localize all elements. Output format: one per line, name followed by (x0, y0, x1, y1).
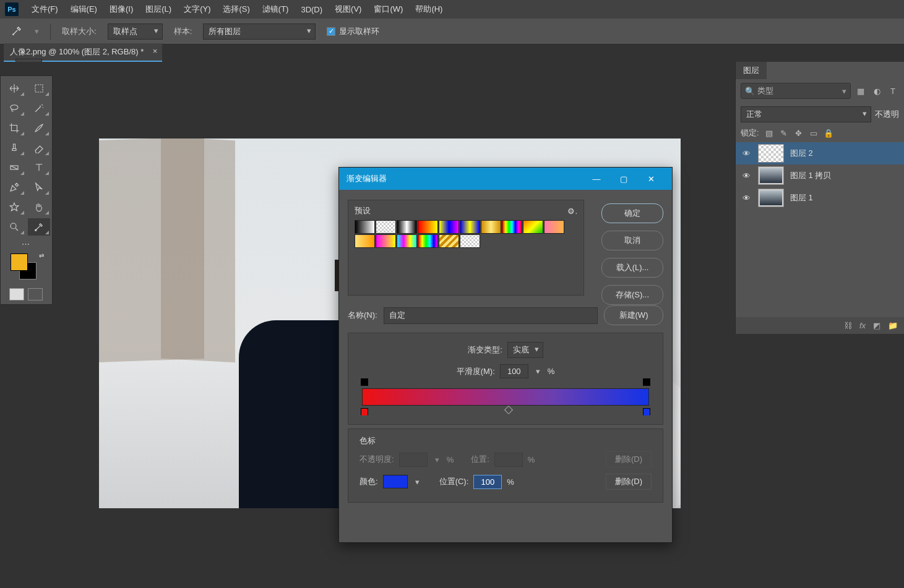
color-stop-left[interactable] (361, 408, 368, 415)
layer-item[interactable]: 👁 图层 1 (736, 187, 904, 209)
stop-color-pos-input[interactable] (473, 475, 502, 489)
crop-tool[interactable] (3, 119, 25, 137)
new-gradient-button[interactable]: 新建(W) (604, 305, 663, 325)
maximize-icon[interactable]: ▢ (610, 173, 637, 185)
path-select-tool[interactable] (28, 179, 50, 196)
sample-size-select[interactable]: 取样点 (108, 23, 163, 40)
opacity-stop-right[interactable] (643, 378, 650, 386)
smoothness-input[interactable] (500, 364, 528, 378)
lasso-tool[interactable] (3, 100, 25, 117)
minimize-icon[interactable]: — (583, 173, 610, 185)
midpoint-handle[interactable] (504, 406, 513, 414)
close-icon[interactable]: ✕ (637, 173, 665, 185)
layer-item[interactable]: 👁 图层 1 拷贝 (736, 164, 904, 187)
visibility-icon[interactable]: 👁 (741, 149, 752, 158)
link-layers-icon[interactable]: ⛓ (844, 321, 852, 330)
color-swatches[interactable]: ⇄ (11, 254, 41, 284)
sample-select[interactable]: 所有图层 (203, 23, 316, 40)
new-group-icon[interactable]: 📁 (888, 321, 898, 330)
gradient-tool[interactable] (3, 159, 25, 176)
marquee-tool[interactable] (28, 80, 50, 97)
pen-tool[interactable] (3, 179, 25, 196)
layers-panel-tab[interactable]: 图层 (736, 62, 767, 79)
menu-layer[interactable]: 图层(L) (140, 1, 177, 17)
filter-adjust-icon[interactable]: ◐ (871, 87, 883, 96)
layer-thumb[interactable] (758, 189, 784, 207)
ok-button[interactable]: 确定 (601, 203, 663, 223)
layer-item[interactable]: 👁 图层 2 (736, 142, 904, 164)
preset-swatch[interactable] (523, 220, 543, 234)
gradient-type-select[interactable]: 实底 (507, 342, 543, 358)
filter-image-icon[interactable]: ▦ (854, 87, 867, 96)
menu-type[interactable]: 文字(Y) (178, 1, 216, 17)
cancel-button[interactable]: 取消 (601, 231, 663, 250)
lock-pixels-icon[interactable]: ▧ (764, 129, 774, 138)
layer-thumb[interactable] (758, 144, 784, 163)
smoothness-dropdown-icon[interactable]: ▾ (533, 367, 543, 376)
preset-swatch[interactable] (418, 220, 438, 234)
layer-thumb[interactable] (758, 166, 784, 185)
preset-swatch[interactable] (502, 220, 522, 234)
lock-brush-icon[interactable]: ✎ (779, 129, 789, 138)
lock-artboard-icon[interactable]: ▭ (809, 129, 819, 138)
preset-swatch[interactable] (376, 234, 396, 248)
filter-type-icon[interactable]: T (887, 87, 899, 96)
close-icon[interactable]: × (153, 46, 158, 56)
magic-wand-tool[interactable] (28, 100, 50, 117)
shape-tool[interactable] (3, 198, 25, 216)
preset-swatch[interactable] (355, 220, 375, 234)
add-mask-icon[interactable]: ◩ (873, 321, 880, 330)
hand-tool[interactable] (28, 198, 50, 216)
move-tool[interactable] (3, 80, 25, 97)
gradient-name-input[interactable] (384, 307, 598, 324)
stop-color-dropdown-icon[interactable]: ▾ (413, 477, 422, 487)
type-tool[interactable] (28, 159, 50, 176)
stop-color-chip[interactable] (383, 475, 408, 488)
menu-help[interactable]: 帮助(H) (410, 1, 448, 17)
blend-mode-select[interactable]: 正常 (741, 106, 871, 122)
preset-swatch[interactable] (376, 220, 396, 234)
lock-all-icon[interactable]: 🔒 (824, 129, 833, 138)
delete-color-stop-button[interactable]: 删除(D) (606, 474, 652, 490)
toolbox-more-icon[interactable]: ⋯ (3, 239, 50, 249)
preset-swatch[interactable] (397, 220, 417, 234)
menu-file[interactable]: 文件(F) (26, 1, 64, 17)
eraser-tool[interactable] (28, 139, 50, 156)
menu-edit[interactable]: 编辑(E) (65, 1, 103, 17)
preset-swatch[interactable] (397, 234, 417, 248)
standard-mode-button[interactable] (9, 288, 24, 300)
preset-swatch[interactable] (355, 234, 375, 248)
menu-select[interactable]: 选择(S) (217, 1, 255, 17)
save-button[interactable]: 存储(S)... (601, 285, 663, 305)
brush-tool[interactable] (28, 119, 50, 137)
menu-3d[interactable]: 3D(D) (295, 2, 328, 17)
layer-filter-select[interactable]: 🔍 类型 ▾ (741, 83, 851, 99)
preset-swatch[interactable] (460, 220, 480, 234)
menu-view[interactable]: 视图(V) (329, 1, 367, 17)
menu-image[interactable]: 图像(I) (104, 1, 139, 17)
eyedropper-tool[interactable] (28, 218, 50, 236)
show-ring-checkbox[interactable]: ✓ (327, 27, 335, 36)
foreground-color[interactable] (11, 254, 28, 271)
color-stop-right[interactable] (643, 408, 650, 415)
visibility-icon[interactable]: 👁 (741, 194, 752, 203)
quickmask-mode-button[interactable] (28, 288, 43, 300)
dialog-titlebar[interactable]: 渐变编辑器 — ▢ ✕ (339, 168, 672, 190)
preset-swatch[interactable] (439, 220, 459, 234)
preset-swatch[interactable] (418, 234, 438, 248)
swap-colors-icon[interactable]: ⇄ (39, 252, 44, 259)
visibility-icon[interactable]: 👁 (741, 171, 752, 181)
opacity-stop-left[interactable] (361, 378, 368, 386)
zoom-tool[interactable] (3, 218, 25, 236)
preset-swatch[interactable] (481, 220, 501, 234)
preset-swatch[interactable] (544, 220, 564, 234)
preset-swatch[interactable] (439, 234, 459, 248)
load-button[interactable]: 载入(L)... (601, 258, 663, 278)
menu-filter[interactable]: 滤镜(T) (257, 1, 295, 17)
gradient-bar[interactable] (362, 388, 649, 406)
presets-gear-icon[interactable]: ⚙. (567, 207, 577, 216)
preset-swatch[interactable] (460, 234, 480, 248)
layer-fx-icon[interactable]: fx (859, 321, 866, 330)
lock-move-icon[interactable]: ✥ (794, 129, 804, 138)
menu-window[interactable]: 窗口(W) (368, 1, 408, 17)
